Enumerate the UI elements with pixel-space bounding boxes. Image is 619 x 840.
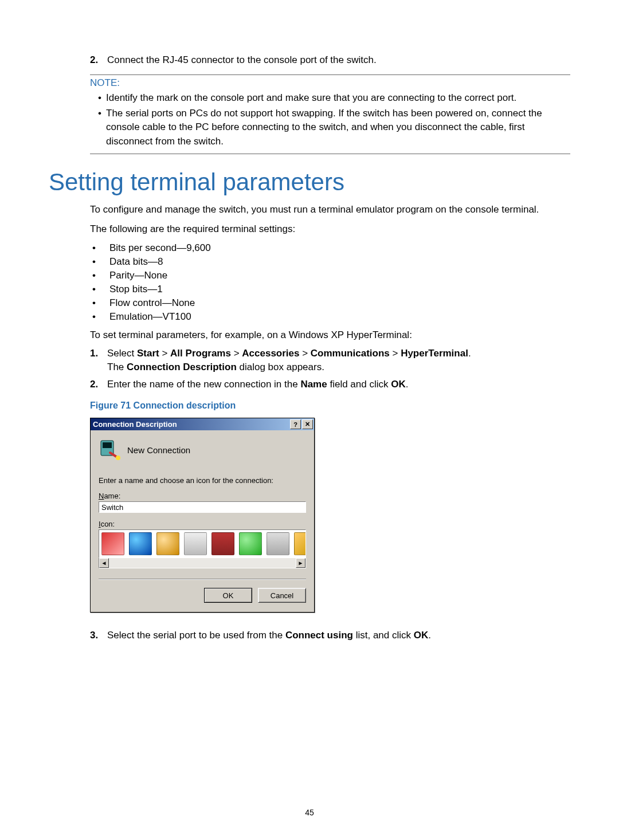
separator [99,579,306,580]
phone-doc-icon[interactable] [267,532,289,555]
svg-point-2 [116,456,120,460]
computer-paper-icon[interactable] [184,532,207,555]
step-text: Select Start > All Programs > Accessorie… [107,348,570,373]
globe-blue-icon[interactable] [129,532,152,555]
scroll-track[interactable] [109,558,296,568]
step-3: 3. Select the serial port to be used fro… [49,630,570,641]
name-label: Name: [99,492,306,500]
settings-item: •Emulation—VT100 [90,311,570,323]
bullet-dot: • [90,256,109,268]
globe-cable-icon[interactable] [156,532,179,555]
scrollbar[interactable]: ◄ ► [99,558,306,568]
settings-item: •Data bits—8 [90,256,570,268]
step-1: 1.Select Start > All Programs > Accessor… [49,348,570,373]
settings-text: Emulation—VT100 [109,311,191,323]
paragraph: To set terminal parameters, for example,… [90,328,570,343]
settings-item: •Parity—None [90,270,570,281]
name-input[interactable] [99,501,306,513]
close-button[interactable]: ✕ [302,419,313,429]
step-number: 2. [90,379,107,390]
step-text: Enter the name of the new connection in … [107,379,570,390]
dialog-title: Connection Description [93,420,289,429]
step-2-top: 2. Connect the RJ-45 connector to the co… [49,54,570,66]
settings-item: •Stop bits—1 [90,284,570,295]
settings-item: •Flow control—None [90,297,570,309]
cancel-button[interactable]: Cancel [258,588,306,603]
icon-picker[interactable] [99,529,306,558]
phone-red-icon[interactable] [101,532,124,555]
mci-badge-icon[interactable] [211,532,234,555]
globe-green-icon[interactable] [239,532,262,555]
settings-text: Stop bits—1 [109,284,163,295]
phone-gold-icon[interactable] [294,532,306,555]
dialog-titlebar[interactable]: Connection Description ? ✕ [91,418,314,430]
bullet-dot: • [98,107,106,149]
settings-item: •Bits per second—9,600 [90,242,570,254]
step-number: 2. [90,54,107,66]
section-heading: Setting terminal parameters [49,168,570,196]
icon-label: Icon: [99,520,306,528]
bullet-dot: • [90,297,109,309]
scroll-left-button[interactable]: ◄ [99,558,109,568]
step-number: 3. [90,630,107,641]
svg-rect-1 [103,442,112,448]
bullet-dot: • [90,311,109,323]
note-bullet: •The serial ports on PCs do not support … [98,107,570,149]
settings-list: •Bits per second—9,600•Data bits—8•Parit… [90,242,570,323]
help-button[interactable]: ? [290,419,301,429]
settings-text: Parity—None [109,270,167,281]
settings-text: Bits per second—9,600 [109,242,211,254]
dialog-heading: New Connection [127,445,190,455]
settings-text: Data bits—8 [109,256,163,268]
bullet-dot: • [98,91,106,105]
hyperterminal-icon [99,438,122,461]
bullet-dot: • [90,284,109,295]
note-label: NOTE: [90,77,570,89]
bullet-dot: • [90,242,109,254]
step-2: 2.Enter the name of the new connection i… [49,379,570,390]
paragraph: The following are the required terminal … [90,222,570,237]
bullet-text: The serial ports on PCs do not support h… [106,107,570,149]
settings-text: Flow control—None [109,297,195,309]
bullet-text: Identify the mark on the console port an… [106,91,516,105]
bullet-dot: • [90,270,109,281]
step-number: 1. [90,348,107,373]
connection-description-dialog: Connection Description ? ✕ New Connectio… [90,418,315,613]
scroll-right-button[interactable]: ► [296,558,305,568]
note-bullet: •Identify the mark on the console port a… [98,91,570,105]
step-text: Select the serial port to be used from t… [107,630,570,641]
paragraph: To configure and manage the switch, you … [90,203,570,217]
note-box: NOTE: •Identify the mark on the console … [90,74,570,154]
step-text: Connect the RJ-45 connector to the conso… [107,54,570,66]
figure-caption: Figure 71 Connection description [90,401,570,411]
ok-button[interactable]: OK [204,588,252,603]
dialog-instruction: Enter a name and choose an icon for the … [99,476,306,485]
page-number: 45 [0,808,619,817]
